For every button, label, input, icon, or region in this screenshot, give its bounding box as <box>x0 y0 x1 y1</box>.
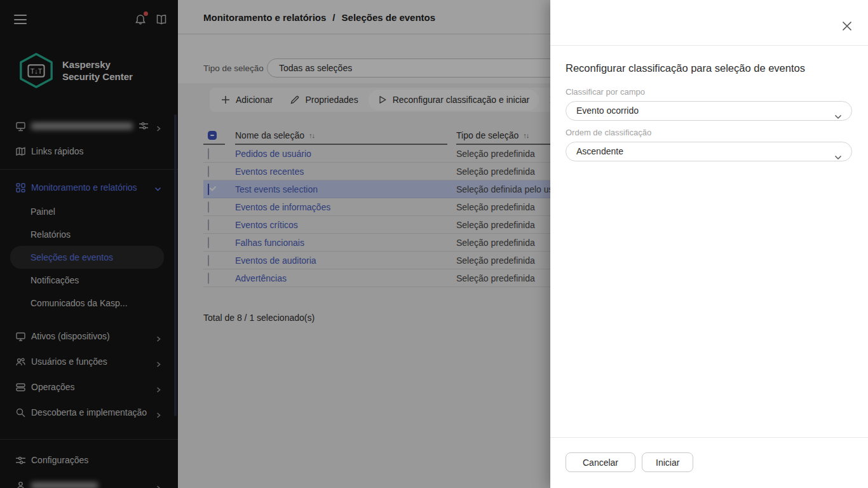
sort-field-label: Classificar por campo <box>566 87 645 97</box>
sort-field-value: Evento ocorrido <box>576 105 639 116</box>
sort-field-dropdown[interactable]: Evento ocorrido <box>566 101 852 121</box>
close-icon[interactable] <box>841 20 853 32</box>
modal-dim-overlay[interactable] <box>0 0 550 488</box>
start-button[interactable]: Iniciar <box>642 452 693 472</box>
panel-title: Reconfigurar classificação para seleção … <box>566 62 853 74</box>
kaspersky-security-center-app: T↓T Kaspersky Security Center <box>0 0 868 488</box>
chevron-down-icon <box>834 108 842 114</box>
cancel-button[interactable]: Cancelar <box>566 452 635 472</box>
sort-order-label: Ordem de classificação <box>566 128 651 137</box>
sort-order-value: Ascendente <box>576 146 623 156</box>
panel-footer-divider <box>550 437 868 438</box>
reconfigure-sorting-panel: Reconfigurar classificação para seleção … <box>550 0 868 488</box>
panel-actions: Cancelar Iniciar <box>566 452 693 472</box>
panel-header-divider <box>550 45 868 46</box>
sort-order-dropdown[interactable]: Ascendente <box>566 142 852 161</box>
chevron-down-icon <box>834 149 842 155</box>
